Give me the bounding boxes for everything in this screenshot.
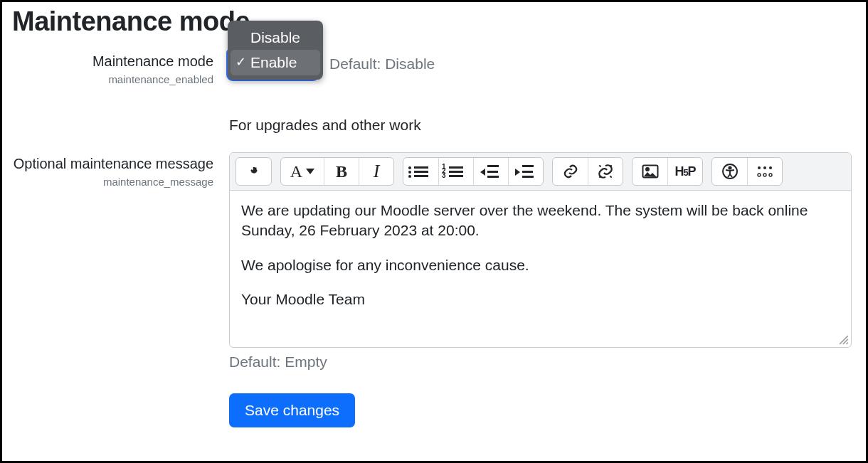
image-button[interactable] (633, 158, 667, 185)
svg-point-9 (769, 174, 772, 176)
maintenance-mode-key: maintenance_enabled (12, 73, 213, 85)
more-button[interactable] (747, 158, 782, 185)
resize-grip-icon[interactable] (839, 335, 849, 345)
chevron-down-icon (306, 169, 314, 174)
maintenance-mode-default: Default: Disable (329, 55, 435, 73)
maintenance-mode-row: Maintenance mode maintenance_enabled Dis… (12, 50, 856, 134)
page-title: Maintenance mode (12, 6, 856, 37)
svg-point-7 (758, 174, 761, 176)
maintenance-mode-help: For upgrades and other work (229, 117, 852, 134)
unordered-list-button[interactable] (403, 158, 438, 185)
maintenance-message-default: Default: Empty (229, 353, 852, 371)
svg-point-6 (769, 166, 772, 169)
message-paragraph: We apologise for any inconvenience cause… (241, 255, 840, 275)
indent-button[interactable] (508, 158, 543, 185)
outdent-button[interactable] (473, 158, 508, 185)
toolbar-toggle-icon[interactable] (236, 158, 271, 185)
editor-content[interactable]: We are updating our Moodle server over t… (230, 191, 851, 347)
accessibility-button[interactable] (712, 158, 747, 185)
dropdown-option-enable[interactable]: ✓ Enable (231, 50, 320, 75)
maintenance-message-key: maintenance_message (12, 176, 213, 188)
maintenance-mode-dropdown: Disable ✓ Enable (228, 21, 323, 80)
svg-point-1 (646, 168, 649, 171)
message-paragraph: Your Moodle Team (241, 289, 840, 309)
svg-point-8 (763, 174, 766, 176)
dropdown-option-enable-label: Enable (250, 54, 297, 70)
maintenance-message-label: Optional maintenance message (12, 155, 213, 173)
italic-button[interactable]: I (359, 158, 393, 185)
paragraph-style-button[interactable]: A (281, 158, 324, 185)
maintenance-message-row: Optional maintenance message maintenance… (12, 152, 856, 427)
svg-point-3 (729, 166, 731, 169)
maintenance-mode-select[interactable]: Disable ✓ Enable (229, 50, 317, 78)
h5p-button[interactable]: H5P (667, 158, 702, 185)
save-changes-button[interactable]: Save changes (229, 393, 355, 427)
ordered-list-button[interactable] (438, 158, 473, 185)
maintenance-mode-label: Maintenance mode (12, 53, 213, 70)
svg-point-5 (763, 166, 766, 169)
bold-button[interactable]: B (324, 158, 359, 185)
dropdown-option-disable[interactable]: Disable (231, 25, 320, 50)
link-button[interactable] (553, 158, 588, 185)
check-icon: ✓ (235, 54, 246, 70)
editor-toolbar: A B I (230, 153, 851, 191)
rich-text-editor: A B I (229, 152, 852, 348)
message-paragraph: We are updating our Moodle server over t… (241, 201, 840, 241)
svg-point-4 (758, 166, 761, 169)
unlink-button[interactable] (588, 158, 623, 185)
